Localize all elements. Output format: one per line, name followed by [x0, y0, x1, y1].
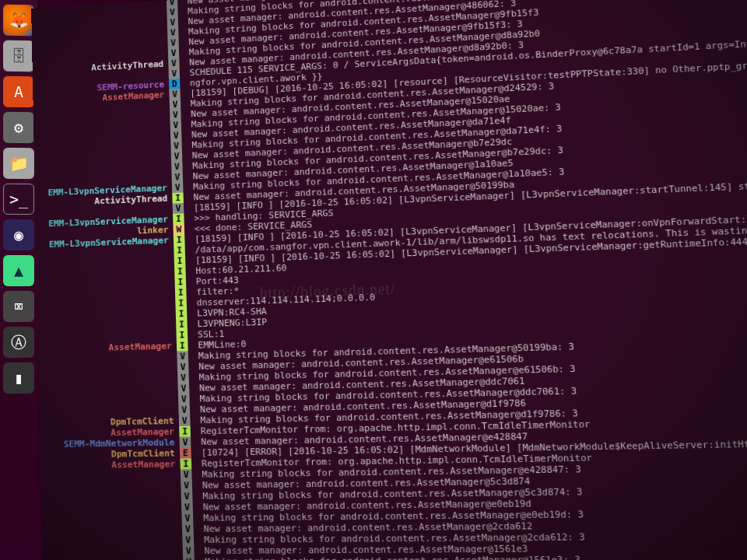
log-level: V	[171, 151, 183, 162]
log-level: V	[182, 523, 194, 534]
log-level: V	[178, 394, 190, 404]
log-level: V	[183, 556, 195, 560]
log-level: V	[171, 172, 183, 183]
log-level: V	[170, 130, 182, 141]
log-level: E	[180, 447, 191, 458]
eclipse-icon[interactable]: ◉	[3, 219, 34, 250]
log-level: V	[167, 7, 178, 18]
log-level: I	[179, 426, 191, 437]
log-level: V	[177, 373, 189, 383]
settings-icon[interactable]: ⚙	[3, 112, 34, 143]
log-tag	[42, 534, 183, 546]
log-level: D	[169, 79, 181, 89]
log-level: V	[177, 383, 189, 394]
log-level: V	[170, 99, 181, 110]
log-tag	[42, 523, 183, 535]
log-tag	[42, 545, 183, 557]
log-message: L3VPNENG:L3IP	[187, 317, 267, 330]
firefox-icon[interactable]: 🦊	[3, 5, 34, 37]
log-level: I	[176, 319, 188, 330]
log-level: V	[183, 545, 195, 556]
log-level: I	[173, 213, 184, 224]
log-level: I	[174, 277, 186, 288]
log-level: V	[170, 110, 181, 121]
devices-icon[interactable]: ⌧	[3, 291, 34, 322]
log-level: V	[177, 362, 189, 373]
log-level: V	[169, 68, 181, 79]
log-level: V	[180, 437, 191, 448]
log-message: SSL:1	[188, 328, 225, 340]
ubuntu-icon[interactable]: A	[3, 76, 34, 108]
log-level: V	[182, 534, 194, 545]
log-level: V	[181, 491, 193, 502]
log-level: V	[170, 120, 181, 131]
log-level: V	[177, 351, 188, 362]
log-level: I	[176, 330, 188, 341]
log-level: V	[173, 203, 184, 214]
terminal-icon[interactable]: >_	[3, 184, 34, 215]
log-tag	[42, 557, 183, 560]
log-level: V	[181, 480, 192, 491]
dash-icon[interactable]: Ⓐ	[3, 327, 34, 358]
log-level: V	[168, 47, 180, 58]
log-level: V	[169, 89, 181, 100]
log-level: V	[167, 17, 179, 28]
log-level: I	[180, 458, 191, 469]
log-level: V	[167, 37, 179, 48]
log-level: V	[181, 469, 192, 480]
log-level: I	[177, 340, 188, 351]
log-level: I	[172, 193, 184, 204]
unity-launcher: 🦊🗄A⚙📁>_◉▲⌧Ⓐ▮	[0, 0, 37, 560]
log-level: I	[175, 287, 187, 298]
folder-icon[interactable]: 📁	[3, 148, 34, 179]
files-icon[interactable]: 🗄	[3, 40, 34, 72]
log-level: V	[168, 58, 180, 69]
log-level: V	[170, 141, 182, 152]
log-level: I	[176, 308, 188, 319]
log-level: V	[179, 415, 191, 426]
log-level: V	[172, 182, 184, 193]
phone-icon[interactable]: ▮	[3, 362, 34, 394]
log-level: I	[174, 245, 185, 256]
log-level: I	[174, 234, 185, 245]
android-studio-icon[interactable]: ▲	[3, 255, 34, 286]
log-level: V	[178, 404, 190, 415]
terminal-window[interactable]: V 2016-10-25 16:05:02] [session] [SvpnMo…	[31, 0, 747, 560]
log-level: V	[171, 161, 183, 172]
log-level: V	[181, 513, 193, 523]
log-level: V	[167, 27, 179, 38]
log-level: I	[174, 255, 186, 266]
log-level: V	[181, 502, 193, 513]
log-level: I	[175, 298, 187, 309]
log-level: I	[174, 266, 186, 277]
log-level: W	[173, 224, 184, 235]
